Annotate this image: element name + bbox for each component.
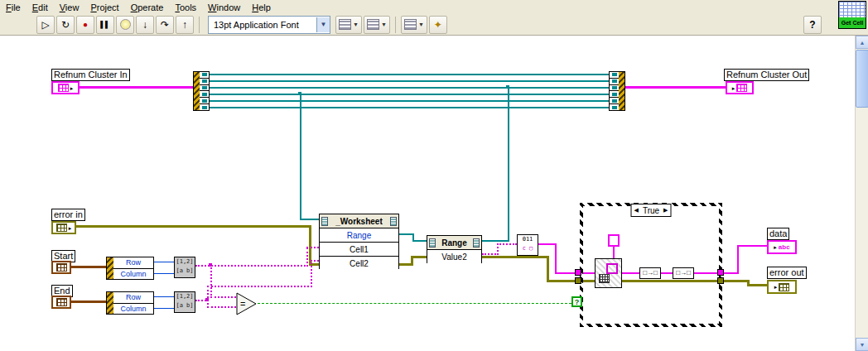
indicator-arrow-icon: ▸	[774, 244, 777, 250]
case-tunnel-data-out[interactable]	[717, 269, 724, 276]
wire-error	[747, 284, 767, 286]
end-terminal[interactable]	[51, 296, 71, 309]
error-in-terminal[interactable]: ▸	[51, 221, 76, 234]
wire-int	[154, 273, 174, 274]
align-objects-dropdown[interactable]: ▼	[335, 16, 362, 34]
unbundle-refnum-cluster-node[interactable]	[193, 71, 210, 111]
case-selector-label[interactable]: ◀ True ▶	[631, 204, 672, 217]
bundle-refnum-cluster-node[interactable]	[609, 71, 625, 111]
case-tunnel-data-in[interactable]	[575, 269, 581, 276]
row-col-to-cell-node[interactable]: [1,2] [a b]	[174, 257, 195, 278]
unbundle-column-row[interactable]: Column	[113, 269, 153, 280]
vi-icon[interactable]: Get Cell	[838, 1, 866, 29]
scroll-up-button[interactable]: ▲	[856, 36, 868, 49]
row-col-to-cell-node[interactable]: [1,2] [a b]	[174, 291, 195, 313]
case-next-arrow-icon[interactable]: ▶	[663, 207, 668, 214]
case-tunnel-error-in[interactable]	[575, 277, 581, 284]
wire-variant	[306, 247, 319, 248]
step-out-button[interactable]: ↑	[176, 16, 194, 34]
invoke-node-param-cell1[interactable]: Cell1	[320, 242, 398, 256]
invoke-node-method-range[interactable]: Range	[320, 228, 398, 242]
refnum-cluster-out-terminal[interactable]: ▸	[726, 81, 754, 94]
case-prev-arrow-icon[interactable]: ◀	[634, 207, 639, 214]
run-continuous-icon: ↻	[61, 20, 70, 30]
error-cluster-glyph-icon	[56, 224, 67, 232]
menu-operate[interactable]: Operate	[125, 2, 170, 13]
pink-square-glyph	[606, 263, 618, 274]
refnum-cell	[200, 79, 209, 85]
data-terminal[interactable]: ▸ abc	[767, 240, 797, 254]
font-selector[interactable]: 13pt Application Font ▼	[208, 16, 330, 34]
wire-variant	[482, 253, 499, 255]
scroll-down-button[interactable]: ▼	[856, 338, 868, 351]
vi-icon-grid-image	[839, 2, 866, 17]
convert-subvi-icon[interactable]	[595, 258, 622, 288]
pause-button[interactable]: ▌▌	[96, 16, 114, 34]
help-icon: ?	[809, 20, 815, 30]
bundle-cells	[610, 72, 619, 110]
variant-to-data-node[interactable]: 011 c ▢	[517, 234, 538, 256]
run-continuous-button[interactable]: ↻	[56, 16, 75, 34]
wire-int	[154, 262, 174, 262]
wire-refnum	[210, 107, 609, 108]
string-type-constant[interactable]	[608, 234, 620, 247]
wire-refnum	[300, 219, 319, 220]
resize-objects-dropdown[interactable]: ▼	[401, 16, 427, 34]
invoke-node-header[interactable]: _Worksheet	[320, 214, 398, 228]
step-into-button[interactable]: ↓	[136, 16, 154, 34]
step-over-button[interactable]: ↷	[156, 16, 174, 34]
case-selector-terminal[interactable]: ?	[571, 296, 582, 307]
distribute-objects-dropdown[interactable]: ▼	[364, 16, 390, 34]
start-terminal[interactable]	[51, 261, 71, 274]
menu-bar: File Edit View Project Operate Tools Win…	[0, 0, 868, 14]
conversion-node-2[interactable]: □→□	[673, 267, 694, 279]
equals-node[interactable]: =	[236, 292, 258, 315]
wire-error	[724, 280, 750, 282]
wire-refnum	[210, 87, 609, 89]
wire-error	[482, 256, 549, 258]
property-node-header[interactable]: Range	[427, 236, 481, 249]
unbundle-start-node[interactable]: Row Column	[106, 257, 154, 280]
clean-up-icon: ✦	[434, 20, 442, 30]
wire-error	[547, 256, 549, 282]
error-out-terminal[interactable]: ▸	[767, 280, 797, 294]
menu-view[interactable]: View	[54, 2, 85, 13]
pause-icon: ▌▌	[100, 22, 109, 28]
menu-project[interactable]: Project	[84, 2, 124, 13]
unbundle-row-row[interactable]: Row	[113, 257, 153, 269]
unbundle-row-row[interactable]: Row	[113, 292, 153, 304]
font-selector-dropdown-icon[interactable]: ▼	[316, 17, 330, 32]
wire-data	[555, 243, 557, 274]
range-property-node[interactable]: Range Value2	[427, 235, 482, 263]
highlight-execution-button[interactable]	[116, 16, 134, 34]
menu-help[interactable]: Help	[246, 2, 277, 13]
menu-edit[interactable]: Edit	[27, 2, 54, 13]
clean-up-diagram-button[interactable]: ✦	[429, 16, 447, 34]
refnum-cell	[610, 104, 619, 110]
refnum-cell	[200, 98, 209, 104]
wire-refnum-cluster	[80, 86, 193, 89]
case-tunnel-error-out[interactable]	[717, 277, 724, 284]
wire-variant	[497, 243, 517, 245]
control-arrow-icon: ▸	[70, 85, 74, 91]
refnum-glyph-icon	[473, 238, 480, 248]
help-button[interactable]: ?	[803, 16, 822, 34]
worksheet-invoke-node[interactable]: _Worksheet Range Cell1 Cell2	[319, 214, 399, 269]
refnum-cluster-out-label: Refnum Cluster Out	[724, 69, 809, 81]
menu-file[interactable]: File	[0, 2, 27, 13]
vertical-scrollbar[interactable]: ▲ ▼	[855, 36, 868, 351]
refnum-cluster-in-terminal[interactable]: ▸	[51, 81, 80, 94]
invoke-node-param-cell2[interactable]: Cell2	[320, 256, 398, 270]
menu-tools[interactable]: Tools	[169, 2, 202, 13]
wire-refnum	[508, 87, 509, 242]
run-button[interactable]: ▷	[36, 16, 55, 34]
wire-variant	[210, 265, 212, 298]
abort-button[interactable]: ●	[76, 16, 94, 34]
scrollbar-thumb[interactable]	[856, 50, 868, 108]
unbundle-column-row[interactable]: Column	[113, 304, 153, 315]
unbundle-end-node[interactable]: Row Column	[106, 291, 154, 315]
menu-window[interactable]: Window	[202, 2, 246, 13]
conversion-node-1[interactable]: □→□	[639, 267, 661, 279]
property-node-value2[interactable]: Value2	[427, 249, 481, 263]
refnum-cell	[610, 91, 619, 98]
